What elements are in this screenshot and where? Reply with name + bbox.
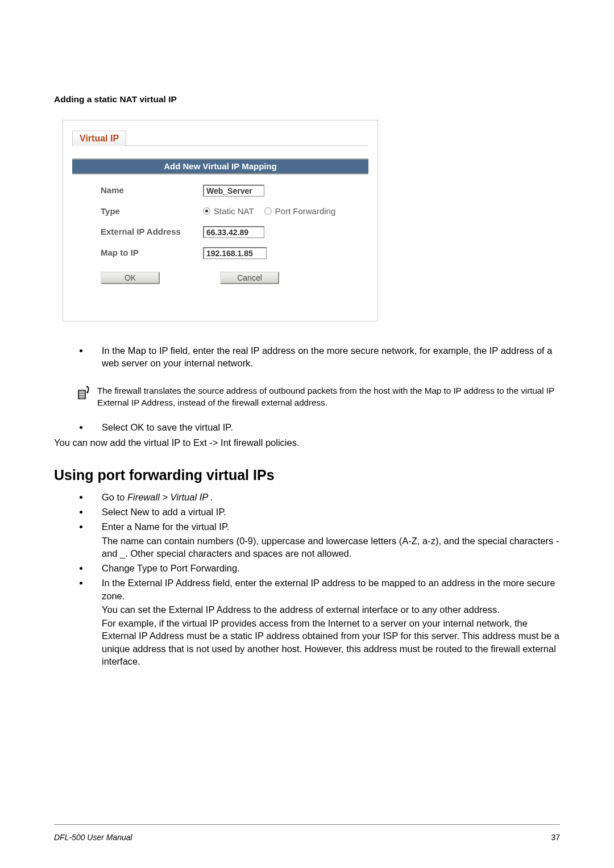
li-sub: You can set the External IP Address to t… [102,603,560,616]
list-item: Go to Firewall > Virtual IP . [89,491,560,503]
li-text: Go to [102,492,127,502]
list-item: In the External IP Address field, enter … [89,577,560,667]
list-item: Change Type to Port Forwarding. [89,562,560,574]
list-2: Select OK to save the virtual IP. [54,421,560,433]
label-ext-ip: External IP Address [101,226,203,237]
list-item: In the Map to IP field, enter the real I… [89,344,560,370]
row-name: Name [101,185,351,197]
radio-label-static-nat: Static NAT [214,206,254,217]
radio-static-nat[interactable]: Static NAT [203,206,254,217]
radio-icon [203,207,210,215]
figure-caption: Adding a static NAT virtual IP [54,94,560,106]
panel-body: Name Type Static NAT Port Forwarding Ext… [72,174,368,291]
li-text: Select OK to save the virtual IP. [102,422,233,432]
li-text: Enter a Name for the virtual IP. [102,521,229,532]
li-text: In the Map to IP field, enter the real I… [102,345,552,368]
label-map-ip: Map to IP [101,247,203,258]
paragraph: You can now add the virtual IP to Ext ->… [54,436,560,449]
note-hand-icon [76,385,90,402]
row-ext-ip: External IP Address [101,226,351,238]
footer-rule [54,824,560,825]
note: The firewall translates the source addre… [76,385,560,408]
li-text: Select New to add a virtual IP. [102,507,226,517]
screenshot-figure: Virtual IP Add New Virtual IP Mapping Na… [63,120,378,322]
li-text: Change Type to Port Forwarding. [102,563,240,573]
list-1: In the Map to IP field, enter the real I… [54,344,560,370]
panel: Add New Virtual IP Mapping Name Type Sta… [72,158,368,291]
list-3: Go to Firewall > Virtual IP . Select New… [54,491,560,667]
button-row: OK Cancel [101,272,351,284]
page-footer: DFL-500 User Manual 37 [54,832,560,843]
row-type: Type Static NAT Port Forwarding [101,206,351,217]
cancel-button[interactable]: Cancel [220,272,279,284]
note-text: The firewall translates the source addre… [97,385,560,408]
list-item: Select New to add a virtual IP. [89,506,560,518]
list-item: Enter a Name for the virtual IP. The nam… [89,520,560,560]
radio-label-port-fwd: Port Forwarding [275,206,336,217]
page-number: 37 [551,832,560,843]
tab-virtual-ip[interactable]: Virtual IP [72,131,126,146]
li-text: In the External IP Address field, enter … [102,578,555,600]
map-ip-field[interactable] [203,247,267,259]
label-type: Type [101,206,203,217]
radio-icon [264,207,272,215]
label-name: Name [101,185,203,196]
radio-port-forwarding[interactable]: Port Forwarding [264,206,336,217]
list-item: Select OK to save the virtual IP. [89,421,560,433]
svg-point-0 [87,392,89,394]
li-sub: For example, if the virtual IP provides … [102,617,560,667]
manual-title: DFL-500 User Manual [54,832,132,843]
section-heading: Using port forwarding virtual IPs [54,466,560,485]
row-map-ip: Map to IP [101,247,351,259]
panel-header: Add New Virtual IP Mapping [72,160,368,174]
nav-path: Firewall > Virtual IP . [127,492,213,502]
li-sub: The name can contain numbers (0-9), uppe… [102,535,560,560]
external-ip-field[interactable] [203,226,264,238]
name-field[interactable] [203,185,264,197]
ok-button[interactable]: OK [101,272,160,284]
